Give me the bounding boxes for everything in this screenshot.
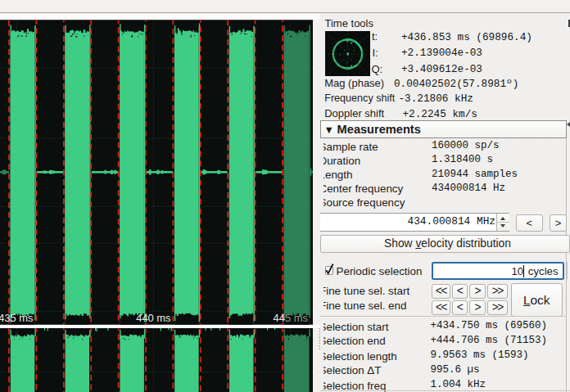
svg-text:435 ms: 435 ms (0, 312, 34, 324)
svg-text:44: 44 (274, 312, 285, 324)
svg-text:440 ms: 440 ms (136, 312, 170, 324)
svg-text:5 ms: 5 ms (285, 312, 308, 324)
